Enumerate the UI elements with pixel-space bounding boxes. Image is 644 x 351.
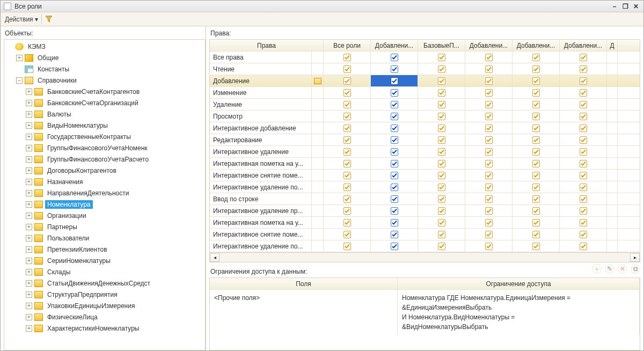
rights-cell[interactable] bbox=[607, 52, 618, 63]
rights-cell[interactable] bbox=[465, 229, 513, 240]
expander-icon[interactable]: + bbox=[26, 235, 32, 242]
rights-row[interactable]: Все права bbox=[210, 52, 640, 63]
tree-item-cat-4[interactable]: +ГосударственныеКонтракты bbox=[4, 131, 205, 142]
rights-cell[interactable] bbox=[324, 181, 371, 193]
rights-cell[interactable] bbox=[371, 205, 418, 216]
expander-icon[interactable]: + bbox=[26, 258, 32, 264]
checkbox[interactable] bbox=[391, 113, 398, 120]
checkbox[interactable] bbox=[532, 77, 540, 85]
expander-icon[interactable]: + bbox=[26, 167, 32, 174]
expander-icon[interactable]: + bbox=[26, 179, 32, 185]
checkbox[interactable] bbox=[485, 160, 493, 167]
rights-row[interactable]: Редактирование bbox=[210, 134, 640, 146]
rights-cell[interactable] bbox=[465, 75, 513, 86]
checkbox[interactable] bbox=[580, 65, 587, 73]
add-restriction-icon[interactable]: ＋ bbox=[592, 264, 602, 274]
tree-item-cat-2[interactable]: +Валюты bbox=[4, 108, 205, 120]
checkbox[interactable] bbox=[580, 136, 587, 144]
rights-cell[interactable] bbox=[607, 63, 618, 75]
rights-cell[interactable] bbox=[371, 52, 418, 63]
expander-icon[interactable]: + bbox=[16, 55, 23, 61]
rights-row[interactable]: Интерактивное снятие поме... bbox=[210, 229, 640, 240]
rights-cell[interactable] bbox=[418, 146, 465, 157]
restrictions-grid[interactable]: Поля Ограничение доступа <Прочие поля> Н… bbox=[209, 277, 640, 350]
rights-cell[interactable] bbox=[465, 217, 513, 228]
scroll-right-button[interactable]: ▸ bbox=[630, 253, 640, 262]
checkbox[interactable] bbox=[343, 231, 351, 238]
checkbox[interactable] bbox=[532, 148, 540, 156]
rights-cell[interactable] bbox=[324, 229, 371, 240]
rights-cell[interactable] bbox=[418, 240, 465, 252]
rights-cell[interactable] bbox=[607, 75, 618, 86]
tree-item-constants[interactable]: Константы bbox=[4, 63, 205, 75]
copy-restriction-icon[interactable]: ⧉ bbox=[631, 264, 640, 274]
rights-cell[interactable] bbox=[560, 87, 607, 98]
rights-cell[interactable] bbox=[560, 170, 607, 181]
rights-cell[interactable] bbox=[324, 240, 371, 252]
checkbox[interactable] bbox=[438, 136, 445, 144]
checkbox[interactable] bbox=[391, 89, 398, 97]
rights-cell[interactable] bbox=[513, 63, 560, 75]
checkbox[interactable] bbox=[532, 54, 540, 61]
checkbox[interactable] bbox=[532, 65, 540, 73]
rights-cell[interactable] bbox=[418, 122, 465, 134]
rights-cell[interactable] bbox=[607, 217, 618, 228]
rights-cell[interactable] bbox=[465, 122, 513, 134]
tree-item-cat-19[interactable]: +УпаковкиЕдиницыИзмерения bbox=[4, 300, 205, 311]
checkbox[interactable] bbox=[485, 219, 493, 226]
rights-cell[interactable] bbox=[465, 99, 513, 110]
checkbox[interactable] bbox=[532, 125, 540, 132]
rights-cell[interactable] bbox=[513, 240, 560, 252]
checkbox[interactable] bbox=[438, 65, 445, 73]
rights-row[interactable]: Интерактивное добавление bbox=[210, 122, 640, 134]
rights-cell[interactable] bbox=[560, 63, 607, 75]
checkbox[interactable] bbox=[438, 54, 445, 61]
tree-item-cat-1[interactable]: +БанковскиеСчетаОрганизаций bbox=[4, 97, 205, 108]
checkbox[interactable] bbox=[438, 160, 445, 167]
rights-cell[interactable] bbox=[371, 146, 418, 157]
checkbox[interactable] bbox=[438, 243, 445, 250]
rights-cell[interactable] bbox=[324, 158, 371, 169]
tree-item-cat-20[interactable]: +ФизическиеЛица bbox=[4, 311, 205, 323]
checkbox[interactable] bbox=[485, 195, 493, 203]
tree-item-cat-9[interactable]: +НаправленияДеятельности bbox=[4, 187, 205, 199]
rights-col-header[interactable]: Д bbox=[607, 40, 618, 51]
tree-item-cat-14[interactable]: +ПретензииКлиентов bbox=[4, 244, 205, 255]
rights-cell[interactable] bbox=[324, 111, 371, 122]
checkbox[interactable] bbox=[438, 101, 445, 108]
checkbox[interactable] bbox=[343, 136, 351, 144]
rights-cell[interactable] bbox=[324, 75, 371, 86]
rights-row[interactable]: Добавление bbox=[210, 75, 640, 87]
checkbox[interactable] bbox=[343, 89, 351, 97]
rights-cell[interactable] bbox=[513, 181, 560, 193]
rights-cell[interactable] bbox=[465, 63, 513, 75]
checkbox[interactable] bbox=[485, 148, 493, 156]
checkbox[interactable] bbox=[438, 172, 445, 179]
rights-col-header[interactable]: БазовыеП... bbox=[418, 40, 465, 51]
tree-item-cat-6[interactable]: +ГруппыФинансовогоУчетаРасчето bbox=[4, 153, 205, 165]
rights-cell[interactable] bbox=[513, 134, 560, 145]
rights-row[interactable]: Ввод по строке bbox=[210, 193, 640, 205]
rights-cell[interactable] bbox=[324, 122, 371, 134]
rights-cell[interactable] bbox=[560, 122, 607, 134]
rights-cell[interactable] bbox=[513, 146, 560, 157]
tree-item-catalogs[interactable]: –Справочники bbox=[4, 75, 205, 86]
checkbox[interactable] bbox=[391, 125, 398, 132]
rights-cell[interactable] bbox=[607, 181, 618, 193]
checkbox[interactable] bbox=[343, 160, 351, 167]
checkbox[interactable] bbox=[343, 148, 351, 156]
rights-cell[interactable] bbox=[607, 193, 618, 204]
checkbox[interactable] bbox=[343, 184, 351, 191]
rights-col-header[interactable]: Права bbox=[210, 40, 324, 51]
checkbox[interactable] bbox=[438, 184, 445, 191]
rights-col-header[interactable]: Добавлени... bbox=[465, 40, 513, 51]
tree-item-cat-7[interactable]: +ДоговорыКонтрагентов bbox=[4, 165, 205, 176]
checkbox[interactable] bbox=[532, 101, 540, 108]
expander-icon[interactable]: + bbox=[26, 89, 32, 95]
expander-icon[interactable]: + bbox=[26, 213, 32, 219]
rights-cell[interactable] bbox=[418, 134, 465, 145]
tree-item-cat-21[interactable]: +ХарактеристикиНоменклатуры bbox=[4, 323, 205, 334]
checkbox[interactable] bbox=[532, 113, 540, 120]
rights-cell[interactable] bbox=[560, 217, 607, 228]
rights-row[interactable]: Интерактивное удаление по... bbox=[210, 181, 640, 193]
